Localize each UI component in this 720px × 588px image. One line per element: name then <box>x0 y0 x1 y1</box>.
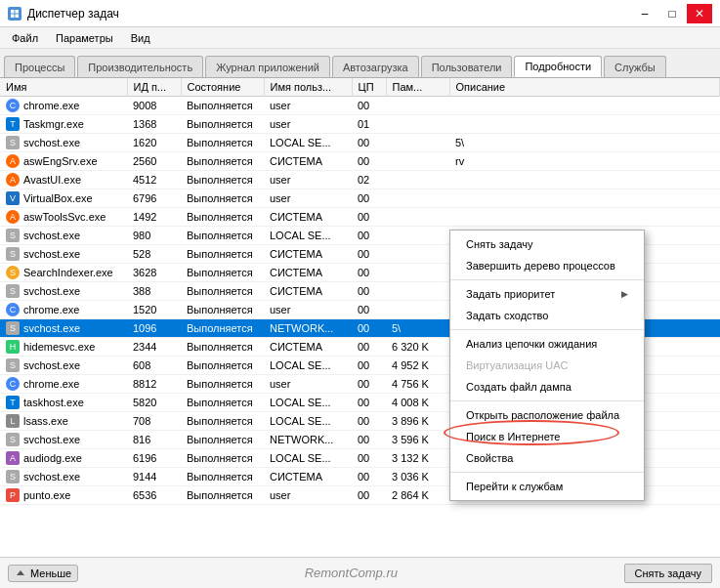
chevron-up-icon <box>15 567 26 579</box>
minimize-button[interactable]: – <box>632 4 657 23</box>
context-menu-item[interactable]: Открыть расположение файла <box>450 404 644 426</box>
process-icon: S <box>6 470 20 483</box>
main-content: Имя ИД п... Состояние Имя польз... ЦП Па… <box>0 78 720 557</box>
context-menu-item[interactable]: Создать файл дампа <box>450 376 644 398</box>
context-menu-separator <box>450 472 644 473</box>
cell-state: Выполняется <box>181 134 264 152</box>
col-header-user[interactable]: Имя польз... <box>264 78 352 97</box>
cell-mem <box>386 115 449 134</box>
less-button[interactable]: Меньше <box>8 565 78 582</box>
cell-name: S svchost.exe <box>0 282 127 300</box>
cell-name: S svchost.exe <box>0 431 127 448</box>
table-row[interactable]: V VirtualBox.exe 6796 Выполняется user 0… <box>0 189 720 208</box>
process-name: punto.exe <box>23 489 70 501</box>
cell-cpu: 02 <box>352 171 386 189</box>
cell-name: S svchost.exe <box>0 245 127 263</box>
cell-pid: 9144 <box>127 468 181 486</box>
process-icon: S <box>6 229 20 242</box>
cell-user: LOCAL SE... <box>264 227 352 245</box>
context-menu-item[interactable]: Задать приоритет▶ <box>450 283 644 305</box>
cell-cpu: 00 <box>352 245 386 264</box>
tab-startup[interactable]: Автозагрузка <box>332 56 419 77</box>
context-menu-item[interactable]: Свойства <box>450 447 644 469</box>
menu-options[interactable]: Параметры <box>48 30 121 46</box>
context-menu-item-label: Свойства <box>466 452 513 464</box>
cell-user: user <box>264 486 352 505</box>
col-header-name[interactable]: Имя <box>0 78 127 97</box>
table-row[interactable]: A AvastUI.exe 4512 Выполняется user 02 <box>0 171 720 189</box>
process-icon: H <box>6 340 20 354</box>
process-name: svchost.exe <box>23 322 80 334</box>
cell-mem: 6 320 K <box>386 338 449 357</box>
table-row[interactable]: T Taskmgr.exe 1368 Выполняется user 01 <box>0 115 720 134</box>
cell-state: Выполняется <box>181 375 264 394</box>
tab-processes[interactable]: Процессы <box>4 56 75 77</box>
context-menu-item[interactable]: Задать сходство <box>450 305 644 326</box>
cell-state: Выполняется <box>181 394 264 412</box>
tab-app-history[interactable]: Журнал приложений <box>205 56 330 77</box>
context-menu-item[interactable]: Перейти к службам <box>450 476 644 497</box>
table-header-row: Имя ИД п... Состояние Имя польз... ЦП Па… <box>0 78 720 97</box>
process-name: hidemesvc.exe <box>23 341 95 353</box>
svg-rect-0 <box>11 10 15 14</box>
maximize-button[interactable]: □ <box>659 4 685 23</box>
cell-state: Выполняется <box>181 449 264 468</box>
cell-state: Выполняется <box>181 338 264 357</box>
col-header-cpu[interactable]: ЦП <box>352 78 386 97</box>
cell-pid: 5820 <box>127 394 181 412</box>
process-icon: A <box>6 210 20 224</box>
cell-cpu: 00 <box>352 412 386 431</box>
cell-name: S svchost.exe <box>0 134 127 151</box>
svg-rect-3 <box>16 14 20 18</box>
col-header-state[interactable]: Состояние <box>181 78 264 97</box>
submenu-arrow-icon: ▶ <box>621 289 628 299</box>
cell-name: A AvastUI.exe <box>0 171 127 189</box>
cell-name: S svchost.exe <box>0 357 127 374</box>
cell-state: Выполняется <box>181 227 264 245</box>
cell-mem: 3 036 K <box>386 468 449 486</box>
cell-user: user <box>264 115 352 134</box>
cell-name: C chrome.exe <box>0 375 127 393</box>
cell-user: СИСТЕМА <box>264 152 352 171</box>
col-header-pid[interactable]: ИД п... <box>127 78 181 97</box>
tabs-bar: Процессы Производительность Журнал прило… <box>0 49 720 78</box>
tab-services[interactable]: Службы <box>604 56 666 77</box>
col-header-mem[interactable]: Пам... <box>386 78 449 97</box>
cell-mem <box>386 208 449 227</box>
cell-name: A aswEngSrv.exe <box>0 152 127 170</box>
cell-cpu: 00 <box>352 375 386 394</box>
context-menu-item[interactable]: Анализ цепочки ожидания <box>450 333 644 355</box>
cell-user: LOCAL SE... <box>264 394 352 412</box>
cell-pid: 980 <box>127 227 181 245</box>
cell-cpu: 00 <box>352 301 386 319</box>
menu-view[interactable]: Вид <box>123 30 158 46</box>
cell-name: C chrome.exe <box>0 97 127 114</box>
tab-details[interactable]: Подробности <box>514 56 602 77</box>
cell-user: NETWORK... <box>264 431 352 449</box>
cell-mem <box>386 227 449 245</box>
col-header-desc[interactable]: Описание <box>449 78 720 97</box>
context-menu-item-label: Снять задачу <box>466 238 533 250</box>
table-row[interactable]: A aswEngSrv.exe 2560 Выполняется СИСТЕМА… <box>0 152 720 171</box>
cell-cpu: 00 <box>352 486 386 505</box>
close-button[interactable]: ✕ <box>687 4 712 23</box>
tab-users[interactable]: Пользователи <box>421 56 513 77</box>
table-row[interactable]: A aswToolsSvc.exe 1492 Выполняется СИСТЕ… <box>0 208 720 227</box>
context-menu: Снять задачуЗавершить дерево процессовЗа… <box>449 230 645 501</box>
context-menu-item-label: Задать сходство <box>466 310 548 321</box>
context-menu-item[interactable]: Поиск в Интернете <box>450 426 644 447</box>
end-task-button[interactable]: Снять задачу <box>624 564 713 583</box>
cell-cpu: 00 <box>352 97 386 115</box>
cell-cpu: 01 <box>352 115 386 134</box>
table-row[interactable]: S svchost.exe 1620 Выполняется LOCAL SE.… <box>0 134 720 152</box>
svg-rect-2 <box>11 14 15 18</box>
tab-performance[interactable]: Производительность <box>77 56 203 77</box>
context-menu-item[interactable]: Снять задачу <box>450 233 644 255</box>
menu-file[interactable]: Файл <box>4 30 46 46</box>
cell-name: L lsass.exe <box>0 412 127 430</box>
context-menu-item-label: Перейти к службам <box>466 481 563 492</box>
process-name: svchost.exe <box>23 230 80 241</box>
table-row[interactable]: C chrome.exe 9008 Выполняется user 00 <box>0 97 720 115</box>
context-menu-item[interactable]: Завершить дерево процессов <box>450 255 644 276</box>
bottom-bar: Меньше RemontComp.ru Снять задачу <box>0 557 720 588</box>
